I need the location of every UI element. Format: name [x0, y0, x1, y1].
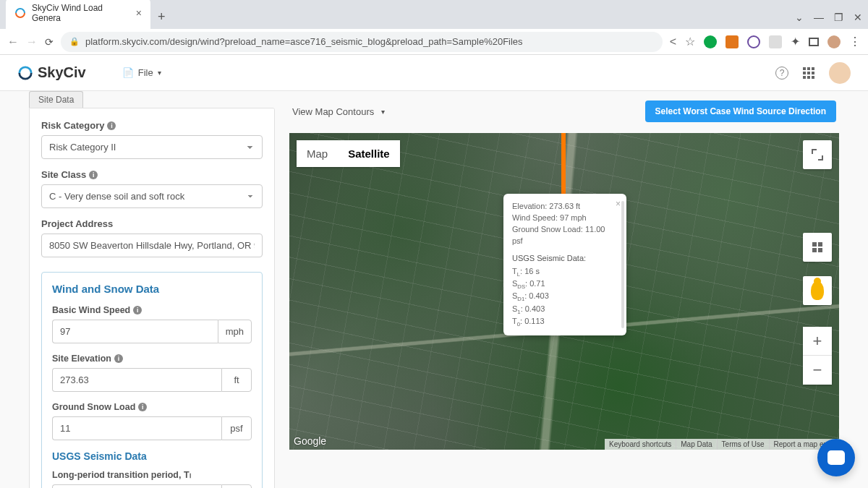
extension-icon[interactable] [747, 35, 760, 48]
help-icon[interactable]: ? [775, 67, 788, 80]
snow-label: Ground Snow Loadi [52, 402, 252, 412]
wind-snow-card: Wind and Snow Data Basic Wind Speedi mph… [41, 272, 263, 488]
zoom-in-button[interactable]: + [803, 327, 832, 356]
iw-wind: Wind Speed: 97 mph [512, 213, 618, 224]
apps-grid-icon[interactable] [803, 67, 814, 79]
maximize-icon[interactable]: ❐ [834, 12, 843, 23]
map-section: View Map Contours ▾ Select Worst Case Wi… [289, 91, 839, 488]
chevron-down-icon: ▾ [381, 108, 385, 116]
kebab-menu-icon[interactable]: ⋮ [849, 35, 861, 48]
streetview-pegman[interactable] [803, 276, 832, 305]
tl-label: Long-period transition period, Tₗ [52, 469, 252, 480]
lock-icon: 🔒 [69, 37, 80, 46]
elevation-label: Site Elevationi [52, 354, 252, 364]
reload-button[interactable]: ⟳ [45, 36, 54, 48]
tab-title: SkyCiv Wind Load Genera [32, 3, 124, 23]
new-tab-button[interactable]: + [150, 5, 173, 29]
map-layers-button[interactable] [803, 233, 832, 262]
file-menu[interactable]: 📄 File ▾ [122, 67, 161, 78]
elevation-input[interactable] [52, 368, 221, 392]
file-icon: 📄 [122, 67, 134, 78]
extension-icon[interactable] [726, 35, 739, 48]
fullscreen-icon [812, 149, 823, 160]
map[interactable]: Map Satellite × Elevation: 273.63 ft Win… [289, 133, 839, 450]
back-button[interactable]: ← [7, 35, 19, 48]
browser-tab[interactable]: SkyCiv Wind Load Genera × [6, 0, 150, 29]
info-window: × Elevation: 273.63 ft Wind Speed: 97 mp… [503, 194, 626, 335]
iw-sd1: SD1: 0.403 [512, 291, 618, 303]
user-avatar[interactable] [829, 62, 851, 84]
info-icon[interactable]: i [133, 306, 142, 314]
wind-speed-input[interactable] [52, 320, 218, 343]
extension-icon[interactable] [769, 35, 782, 48]
info-icon[interactable]: i [138, 403, 147, 411]
risk-category-label: Risk Categoryi [41, 120, 263, 131]
url-text: platform.skyciv.com/design/wind?preload_… [85, 36, 523, 47]
main-content: Site Data Risk Categoryi Risk Category I… [0, 91, 868, 488]
info-icon[interactable]: i [89, 171, 98, 179]
map-data-link[interactable]: Map Data [676, 439, 716, 450]
minimize-icon[interactable]: — [814, 12, 824, 23]
address-input[interactable] [41, 234, 263, 257]
snow-input[interactable] [52, 416, 221, 440]
scrollbar[interactable] [621, 201, 624, 328]
close-window-icon[interactable]: ✕ [854, 12, 862, 23]
site-data-panel: Risk Categoryi Risk Category II Site Cla… [29, 108, 275, 488]
iw-usgs-header: USGS Seismic Data: [512, 253, 618, 265]
iw-sds: SDS: 0.71 [512, 278, 618, 291]
map-type-map[interactable]: Map [297, 140, 338, 167]
site-class-select[interactable]: C - Very dense soil and soft rock [41, 184, 263, 208]
keyboard-shortcuts-link[interactable]: Keyboard shortcuts [605, 439, 676, 450]
file-menu-label: File [138, 67, 153, 78]
unit-label: mph [218, 320, 252, 343]
forward-button: → [26, 35, 38, 48]
google-logo: Google [294, 435, 326, 447]
map-type-toggle: Map Satellite [297, 140, 400, 167]
close-icon[interactable]: × [616, 198, 621, 210]
browser-actions: < ☆ ✦ ⋮ [670, 35, 861, 48]
unit-label: ft [221, 368, 252, 392]
chat-icon [827, 450, 845, 465]
window-controls: ⌄ — ❐ ✕ [795, 12, 862, 29]
tl-input[interactable] [52, 484, 221, 488]
map-attribution: Keyboard shortcuts Map Data Terms of Use… [605, 439, 839, 450]
sidebar: Site Data Risk Categoryi Risk Category I… [29, 91, 275, 488]
unit-label: s [221, 484, 252, 488]
browser-toolbar: ← → ⟳ 🔒 platform.skyciv.com/design/wind?… [0, 29, 868, 55]
info-icon[interactable]: i [107, 121, 116, 130]
wind-direction-line [561, 133, 566, 202]
window-icon[interactable] [809, 38, 819, 46]
zoom-out-button[interactable]: − [803, 356, 832, 385]
share-icon[interactable]: < [670, 35, 676, 48]
info-icon[interactable]: i [114, 354, 123, 363]
extensions-menu-icon[interactable]: ✦ [791, 35, 800, 48]
chevron-down-icon: ▾ [158, 69, 161, 77]
iw-snow: Ground Snow Load: 11.00 psf [512, 224, 618, 247]
iw-s1: S1: 0.403 [512, 304, 618, 316]
map-controls: + − [803, 327, 832, 385]
view-contours-dropdown[interactable]: View Map Contours ▾ [292, 106, 385, 117]
terms-link[interactable]: Terms of Use [717, 439, 769, 450]
skyciv-logo[interactable]: SkyCiv [17, 64, 86, 81]
wind-speed-label: Basic Wind Speedi [52, 305, 252, 315]
iw-elevation: Elevation: 273.63 ft [512, 201, 618, 213]
brand-text: SkyCiv [38, 64, 86, 81]
chat-button[interactable] [817, 439, 855, 476]
browser-tab-strip: SkyCiv Wind Load Genera × + ⌄ — ❐ ✕ [0, 0, 868, 29]
fullscreen-button[interactable] [803, 140, 832, 169]
wind-snow-title: Wind and Snow Data [52, 283, 252, 295]
app-header: SkyCiv 📄 File ▾ ? [0, 55, 868, 91]
address-bar[interactable]: 🔒 platform.skyciv.com/design/wind?preloa… [61, 32, 663, 52]
worst-case-button[interactable]: Select Worst Case Wind Source Direction [645, 100, 836, 122]
iw-tl: TL: 16 s [512, 266, 618, 278]
tab-site-data[interactable]: Site Data [29, 91, 83, 108]
chevron-down-icon[interactable]: ⌄ [795, 12, 804, 23]
bookmark-icon[interactable]: ☆ [685, 35, 695, 48]
profile-avatar[interactable] [827, 35, 841, 48]
close-tab-icon[interactable]: × [136, 7, 142, 19]
risk-category-select[interactable]: Risk Category II [41, 135, 263, 159]
unit-label: psf [221, 416, 252, 440]
iw-t0: T0: 0.113 [512, 316, 618, 328]
extension-icon[interactable] [704, 35, 717, 48]
map-type-satellite[interactable]: Satellite [338, 140, 400, 167]
